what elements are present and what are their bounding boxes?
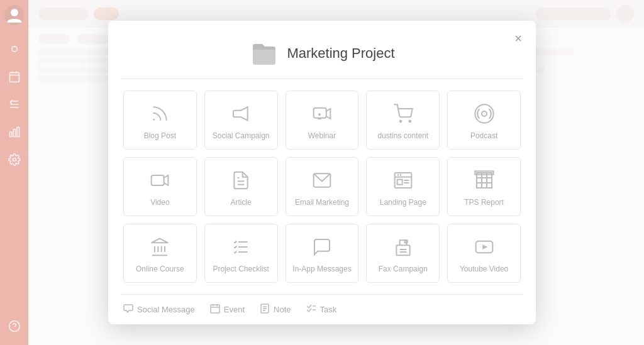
- footer-event-label: Event: [224, 305, 245, 314]
- podcast-icon: [473, 102, 496, 125]
- content-card-online-course[interactable]: Online Course: [123, 224, 197, 283]
- modal-header: Marketing Project: [108, 21, 536, 79]
- online-course-label: Online Course: [136, 265, 184, 273]
- blog-post-label: Blog Post: [144, 131, 176, 140]
- dustins-content-label: dustins content: [377, 131, 428, 140]
- svg-marker-42: [152, 239, 169, 243]
- svg-point-14: [318, 113, 321, 116]
- svg-rect-52: [211, 305, 219, 313]
- content-card-email-marketing[interactable]: Email Marketing: [286, 157, 359, 216]
- content-card-project-checklist[interactable]: Project Checklist: [204, 224, 278, 283]
- footer-note-label: Note: [274, 305, 291, 314]
- event-icon: [210, 304, 220, 315]
- content-card-video[interactable]: Video: [123, 157, 197, 216]
- svg-point-12: [153, 119, 155, 121]
- content-card-podcast[interactable]: Podcast: [447, 90, 521, 150]
- youtube-icon: [473, 236, 496, 258]
- webinar-label: Webinar: [308, 131, 336, 140]
- video-chat-icon: [311, 102, 333, 125]
- video-label: Video: [150, 198, 169, 207]
- content-grid: Blog Post Social Campaign Webinar: [123, 90, 521, 283]
- project-checklist-label: Project Checklist: [213, 265, 269, 273]
- svg-marker-51: [482, 244, 487, 249]
- fax-icon: [392, 236, 414, 258]
- content-card-article[interactable]: Article: [204, 157, 278, 216]
- task-icon: [306, 304, 316, 315]
- email-icon: [311, 169, 333, 192]
- checklist-icon: [230, 236, 252, 258]
- modal-footer: Social Message Event Note Task: [108, 295, 536, 324]
- close-button[interactable]: ×: [509, 30, 527, 47]
- svg-rect-28: [397, 180, 402, 185]
- modal-title: Marketing Project: [287, 45, 394, 62]
- in-app-messages-label: In-App Messages: [292, 265, 351, 273]
- footer-task-label: Task: [320, 305, 337, 314]
- content-card-dustins-content[interactable]: dustins content: [366, 90, 440, 150]
- content-card-blog-post[interactable]: Blog Post: [123, 90, 197, 150]
- footer-social-message[interactable]: Social Message: [123, 304, 195, 315]
- landing-page-icon: [392, 169, 414, 192]
- content-card-webinar[interactable]: Webinar: [286, 90, 359, 150]
- email-marketing-label: Email Marketing: [295, 198, 349, 207]
- institution-icon: [148, 236, 171, 258]
- video-icon: [148, 169, 171, 192]
- rss-icon: [148, 102, 171, 125]
- cart-icon: [392, 102, 414, 125]
- svg-rect-19: [152, 175, 164, 185]
- footer-event[interactable]: Event: [210, 304, 245, 315]
- footer-social-message-label: Social Message: [137, 305, 195, 314]
- bubble-icon: [311, 236, 333, 258]
- svg-rect-46: [396, 245, 409, 255]
- note-icon: [260, 304, 270, 315]
- social-message-icon: [123, 304, 133, 315]
- content-card-in-app-messages[interactable]: In-App Messages: [286, 224, 359, 283]
- svg-point-18: [482, 111, 487, 116]
- content-card-fax-campaign[interactable]: Fax Campaign: [366, 224, 440, 283]
- footer-task[interactable]: Task: [306, 304, 337, 315]
- tps-report-label: TPS Report: [464, 198, 504, 207]
- content-card-landing-page[interactable]: Landing Page: [366, 157, 440, 216]
- youtube-video-label: Youtube Video: [460, 265, 508, 273]
- social-campaign-label: Social Campaign: [213, 131, 270, 140]
- building-icon: [473, 169, 496, 192]
- content-card-social-campaign[interactable]: Social Campaign: [204, 90, 278, 150]
- content-grid-area: Blog Post Social Campaign Webinar: [108, 79, 536, 294]
- article-label: Article: [231, 198, 252, 207]
- megaphone-icon: [230, 102, 252, 125]
- footer-note[interactable]: Note: [260, 304, 291, 315]
- svg-rect-13: [314, 108, 326, 118]
- folder-icon: [249, 38, 279, 68]
- fax-campaign-label: Fax Campaign: [379, 265, 428, 273]
- content-card-tps-report[interactable]: TPS Report: [447, 157, 521, 216]
- podcast-label: Podcast: [470, 131, 497, 140]
- svg-point-16: [399, 121, 401, 123]
- landing-page-label: Landing Page: [380, 198, 426, 207]
- svg-point-17: [409, 121, 411, 123]
- modal-dialog: × Marketing Project Blog Post: [108, 21, 536, 324]
- content-card-youtube-video[interactable]: Youtube Video: [447, 224, 521, 283]
- modal-overlay: × Marketing Project Blog Post: [0, 0, 644, 345]
- article-icon: [230, 169, 252, 192]
